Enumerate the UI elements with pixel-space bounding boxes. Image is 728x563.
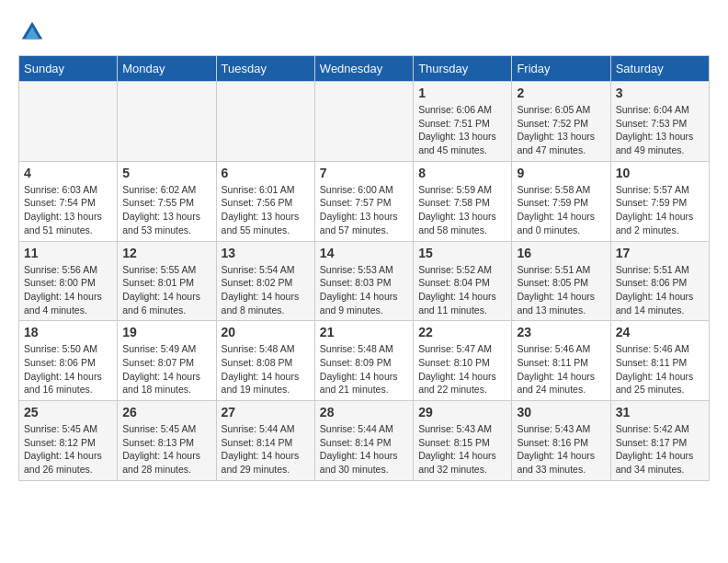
- day-number: 25: [24, 405, 112, 419]
- week-row-3: 11Sunrise: 5:56 AMSunset: 8:00 PMDayligh…: [19, 241, 710, 321]
- calendar-header: SundayMondayTuesdayWednesdayThursdayFrid…: [19, 56, 710, 82]
- calendar-cell: 26Sunrise: 5:45 AMSunset: 8:13 PMDayligh…: [118, 401, 216, 481]
- day-number: 5: [122, 166, 210, 180]
- day-number: 30: [517, 405, 605, 419]
- day-info: Sunrise: 5:49 AMSunset: 8:07 PMDaylight:…: [122, 342, 210, 396]
- day-number: 23: [517, 325, 605, 339]
- header: [18, 18, 710, 46]
- day-number: 9: [517, 166, 605, 180]
- day-number: 17: [616, 246, 704, 260]
- calendar-cell: 12Sunrise: 5:55 AMSunset: 8:01 PMDayligh…: [118, 241, 216, 321]
- day-number: 27: [222, 405, 310, 419]
- calendar-cell: 23Sunrise: 5:46 AMSunset: 8:11 PMDayligh…: [512, 321, 610, 401]
- calendar-cell: 9Sunrise: 5:58 AMSunset: 7:59 PMDaylight…: [512, 161, 610, 241]
- calendar-cell: 17Sunrise: 5:51 AMSunset: 8:06 PMDayligh…: [610, 241, 709, 321]
- day-number: 7: [320, 166, 408, 180]
- day-number: 18: [24, 325, 112, 339]
- day-info: Sunrise: 5:48 AMSunset: 8:08 PMDaylight:…: [222, 342, 310, 396]
- week-row-2: 4Sunrise: 6:03 AMSunset: 7:54 PMDaylight…: [19, 161, 710, 241]
- day-number: 6: [222, 166, 310, 180]
- calendar-cell: 21Sunrise: 5:48 AMSunset: 8:09 PMDayligh…: [314, 321, 413, 401]
- day-number: 1: [418, 86, 506, 100]
- calendar-cell: 27Sunrise: 5:44 AMSunset: 8:14 PMDayligh…: [216, 401, 314, 481]
- logo-icon: [18, 18, 46, 46]
- day-info: Sunrise: 5:54 AMSunset: 8:02 PMDaylight:…: [222, 263, 310, 317]
- day-info: Sunrise: 5:53 AMSunset: 8:03 PMDaylight:…: [320, 263, 408, 317]
- calendar-cell: [216, 82, 314, 162]
- day-info: Sunrise: 5:42 AMSunset: 8:17 PMDaylight:…: [616, 422, 704, 477]
- day-number: 19: [122, 325, 210, 339]
- day-info: Sunrise: 5:46 AMSunset: 8:11 PMDaylight:…: [517, 342, 605, 396]
- day-number: 12: [122, 246, 210, 260]
- day-info: Sunrise: 6:03 AMSunset: 7:54 PMDaylight:…: [24, 183, 112, 237]
- day-number: 28: [320, 405, 408, 419]
- calendar-cell: 10Sunrise: 5:57 AMSunset: 7:59 PMDayligh…: [610, 161, 709, 241]
- day-number: 22: [418, 325, 506, 339]
- day-info: Sunrise: 5:48 AMSunset: 8:09 PMDaylight:…: [320, 342, 408, 396]
- day-info: Sunrise: 5:51 AMSunset: 8:06 PMDaylight:…: [616, 263, 704, 317]
- calendar-cell: 30Sunrise: 5:43 AMSunset: 8:16 PMDayligh…: [512, 401, 610, 481]
- day-info: Sunrise: 5:51 AMSunset: 8:05 PMDaylight:…: [517, 263, 605, 317]
- day-info: Sunrise: 5:44 AMSunset: 8:14 PMDaylight:…: [222, 422, 310, 477]
- calendar-cell: 15Sunrise: 5:52 AMSunset: 8:04 PMDayligh…: [414, 241, 512, 321]
- day-info: Sunrise: 5:55 AMSunset: 8:01 PMDaylight:…: [122, 263, 210, 317]
- weekday-header-saturday: Saturday: [610, 56, 709, 82]
- weekday-header-row: SundayMondayTuesdayWednesdayThursdayFrid…: [19, 56, 710, 82]
- calendar-table: SundayMondayTuesdayWednesdayThursdayFrid…: [18, 55, 710, 481]
- calendar-cell: 25Sunrise: 5:45 AMSunset: 8:12 PMDayligh…: [19, 401, 118, 481]
- calendar-cell: 14Sunrise: 5:53 AMSunset: 8:03 PMDayligh…: [314, 241, 413, 321]
- day-info: Sunrise: 6:06 AMSunset: 7:51 PMDaylight:…: [418, 103, 506, 157]
- day-number: 13: [222, 246, 310, 260]
- calendar-cell: 4Sunrise: 6:03 AMSunset: 7:54 PMDaylight…: [19, 161, 118, 241]
- day-info: Sunrise: 5:43 AMSunset: 8:16 PMDaylight:…: [517, 422, 605, 477]
- week-row-5: 25Sunrise: 5:45 AMSunset: 8:12 PMDayligh…: [19, 401, 710, 481]
- week-row-1: 1Sunrise: 6:06 AMSunset: 7:51 PMDaylight…: [19, 82, 710, 162]
- day-number: 3: [616, 86, 704, 100]
- calendar-cell: 5Sunrise: 6:02 AMSunset: 7:55 PMDaylight…: [118, 161, 216, 241]
- calendar-cell: [314, 82, 413, 162]
- week-row-4: 18Sunrise: 5:50 AMSunset: 8:06 PMDayligh…: [19, 321, 710, 401]
- day-number: 20: [222, 325, 310, 339]
- calendar-cell: 13Sunrise: 5:54 AMSunset: 8:02 PMDayligh…: [216, 241, 314, 321]
- day-info: Sunrise: 6:02 AMSunset: 7:55 PMDaylight:…: [122, 183, 210, 237]
- day-number: 2: [517, 86, 605, 100]
- calendar-cell: 6Sunrise: 6:01 AMSunset: 7:56 PMDaylight…: [216, 161, 314, 241]
- weekday-header-wednesday: Wednesday: [314, 56, 413, 82]
- day-number: 14: [320, 246, 408, 260]
- day-number: 29: [418, 405, 506, 419]
- calendar-cell: 2Sunrise: 6:05 AMSunset: 7:52 PMDaylight…: [512, 82, 610, 162]
- day-info: Sunrise: 6:00 AMSunset: 7:57 PMDaylight:…: [320, 183, 408, 237]
- weekday-header-tuesday: Tuesday: [216, 56, 314, 82]
- calendar-cell: 24Sunrise: 5:46 AMSunset: 8:11 PMDayligh…: [610, 321, 709, 401]
- calendar-cell: 28Sunrise: 5:44 AMSunset: 8:14 PMDayligh…: [314, 401, 413, 481]
- calendar-cell: 16Sunrise: 5:51 AMSunset: 8:05 PMDayligh…: [512, 241, 610, 321]
- day-number: 21: [320, 325, 408, 339]
- calendar-cell: 3Sunrise: 6:04 AMSunset: 7:53 PMDaylight…: [610, 82, 709, 162]
- day-number: 11: [24, 246, 112, 260]
- calendar-cell: 31Sunrise: 5:42 AMSunset: 8:17 PMDayligh…: [610, 401, 709, 481]
- calendar-cell: 29Sunrise: 5:43 AMSunset: 8:15 PMDayligh…: [414, 401, 512, 481]
- day-info: Sunrise: 5:58 AMSunset: 7:59 PMDaylight:…: [517, 183, 605, 237]
- day-info: Sunrise: 5:56 AMSunset: 8:00 PMDaylight:…: [24, 263, 112, 317]
- day-info: Sunrise: 5:44 AMSunset: 8:14 PMDaylight:…: [320, 422, 408, 477]
- day-number: 8: [418, 166, 506, 180]
- day-info: Sunrise: 5:45 AMSunset: 8:12 PMDaylight:…: [24, 422, 112, 477]
- day-number: 24: [616, 325, 704, 339]
- day-number: 10: [616, 166, 704, 180]
- day-info: Sunrise: 6:01 AMSunset: 7:56 PMDaylight:…: [222, 183, 310, 237]
- day-info: Sunrise: 5:45 AMSunset: 8:13 PMDaylight:…: [122, 422, 210, 477]
- day-number: 16: [517, 246, 605, 260]
- weekday-header-friday: Friday: [512, 56, 610, 82]
- weekday-header-sunday: Sunday: [19, 56, 118, 82]
- calendar-cell: 19Sunrise: 5:49 AMSunset: 8:07 PMDayligh…: [118, 321, 216, 401]
- calendar-cell: 22Sunrise: 5:47 AMSunset: 8:10 PMDayligh…: [414, 321, 512, 401]
- day-info: Sunrise: 6:05 AMSunset: 7:52 PMDaylight:…: [517, 103, 605, 157]
- day-info: Sunrise: 6:04 AMSunset: 7:53 PMDaylight:…: [616, 103, 704, 157]
- calendar-cell: 20Sunrise: 5:48 AMSunset: 8:08 PMDayligh…: [216, 321, 314, 401]
- day-number: 4: [24, 166, 112, 180]
- day-number: 26: [122, 405, 210, 419]
- calendar-cell: [118, 82, 216, 162]
- day-number: 15: [418, 246, 506, 260]
- calendar-cell: 18Sunrise: 5:50 AMSunset: 8:06 PMDayligh…: [19, 321, 118, 401]
- day-info: Sunrise: 5:47 AMSunset: 8:10 PMDaylight:…: [418, 342, 506, 396]
